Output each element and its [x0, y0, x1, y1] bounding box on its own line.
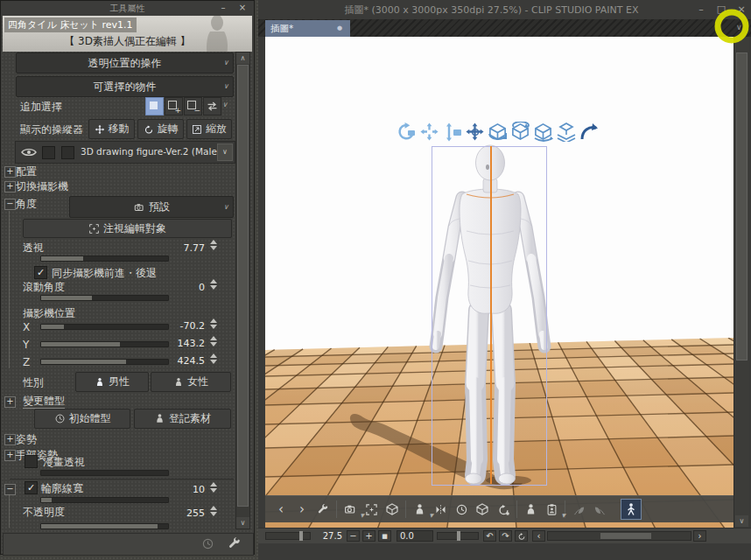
- drop-to-ground-button[interactable]: [382, 499, 403, 520]
- object-dropdown-button[interactable]: ∨: [217, 144, 233, 161]
- camera-angle-button[interactable]: ▼: [340, 499, 361, 520]
- object-rotate-3d-icon[interactable]: [488, 122, 508, 142]
- tool-settings-wrench-icon[interactable]: [312, 499, 333, 520]
- palette-titlebar[interactable]: 工具屬性 – ×: [1, 1, 254, 15]
- reset-object-rotation-button[interactable]: [472, 499, 493, 520]
- scale-toggle-button[interactable]: 縮放: [186, 119, 232, 139]
- reset-all-icon[interactable]: [201, 537, 214, 550]
- camera-zoom-icon[interactable]: [442, 122, 462, 142]
- camera-y-stepper[interactable]: [209, 336, 219, 350]
- angle-preset-dropdown[interactable]: 預設 ∨: [69, 196, 234, 218]
- scrollbar-thumb[interactable]: [237, 65, 249, 507]
- physics-hand-icon[interactable]: [568, 499, 589, 520]
- window-maximize-button[interactable]: □: [714, 4, 728, 16]
- register-pose-button[interactable]: ▼: [541, 499, 562, 520]
- tab-illustration[interactable]: 插圖* ●: [265, 20, 350, 37]
- focus-object-button[interactable]: [361, 499, 382, 520]
- object-rotate-y-icon[interactable]: [510, 122, 530, 142]
- male-button[interactable]: 男性: [75, 372, 149, 392]
- collapse-angle-icon[interactable]: −: [4, 199, 16, 210]
- palette-close-button[interactable]: ×: [236, 2, 249, 13]
- pose-scanner-button[interactable]: [621, 499, 642, 520]
- section-layout[interactable]: 配置: [16, 165, 37, 178]
- section-switch-camera[interactable]: 切換攝影機: [16, 180, 68, 192]
- opacity-operation-dropdown[interactable]: 透明位置的操作 ∨: [16, 52, 234, 74]
- rotate-cw-button[interactable]: ↷: [499, 530, 512, 542]
- zoom-in-button[interactable]: +: [362, 530, 376, 542]
- opacity-value[interactable]: 255: [144, 508, 205, 519]
- selectable-objects-dropdown[interactable]: 可選擇的物件 ∨: [16, 76, 234, 97]
- sync-camera-checkbox[interactable]: ✓: [34, 266, 47, 279]
- palette-minimize-button[interactable]: –: [217, 2, 229, 13]
- camera-z-stepper[interactable]: [209, 354, 219, 368]
- canvas[interactable]: ‹ › ▼ ▼ ▼: [265, 37, 733, 528]
- reset-view-button[interactable]: [515, 530, 528, 542]
- move-toggle-button[interactable]: 移動: [88, 119, 135, 139]
- flip-horizontal-button[interactable]: [430, 499, 451, 520]
- perspective-stepper[interactable]: [209, 240, 219, 254]
- camera-z-value[interactable]: 424.5: [144, 355, 205, 367]
- outline-width-checkbox[interactable]: ✓: [25, 481, 38, 494]
- expand-body-type-icon[interactable]: +: [4, 396, 16, 408]
- focus-edit-target-button[interactable]: 注視編輯對象: [23, 219, 232, 238]
- window-titlebar[interactable]: 插圖* (3000 x 3000px 350dpi 27.5%) - CLIP …: [258, 0, 751, 19]
- camera-x-value[interactable]: -70.2: [144, 320, 205, 332]
- zoom-out-button[interactable]: −: [347, 530, 360, 542]
- manga-perspective-checkbox[interactable]: [25, 455, 38, 468]
- roll-angle-value[interactable]: 0: [144, 282, 205, 293]
- physics-hand-alt-icon[interactable]: [589, 499, 610, 520]
- prev-object-button[interactable]: ‹: [270, 499, 291, 520]
- palette-scrollbar[interactable]: ∧ ∨: [235, 52, 250, 529]
- camera-orbit-icon[interactable]: [397, 122, 417, 142]
- outline-width-stepper[interactable]: [209, 482, 219, 496]
- subtract-selection-mode-button[interactable]: −: [184, 97, 202, 116]
- add-figure-button[interactable]: ▼: [409, 499, 430, 520]
- settings-wrench-icon[interactable]: [228, 536, 242, 551]
- tabbar-menu-chevron[interactable]: ∨: [736, 23, 742, 32]
- camera-y-value[interactable]: 143.2: [144, 338, 205, 349]
- vscroll-thumb[interactable]: [736, 52, 747, 360]
- scroll-down-button[interactable]: ∨: [236, 517, 249, 528]
- hscroll-left-button[interactable]: ‹: [532, 530, 545, 542]
- roll-angle-slider[interactable]: [40, 295, 169, 301]
- outline-width-slider[interactable]: [40, 497, 169, 503]
- add-selection-mode-button[interactable]: +: [165, 97, 183, 116]
- object-snap-ground-icon[interactable]: [556, 122, 576, 142]
- object-move-icon[interactable]: [465, 122, 485, 142]
- canvas-horizontal-scrollbar[interactable]: [547, 531, 691, 541]
- reset-pose-button[interactable]: [451, 499, 472, 520]
- swap-selection-mode-button[interactable]: [203, 97, 221, 116]
- perspective-value[interactable]: 7.77: [144, 242, 205, 254]
- register-material-button[interactable]: 登記素材: [134, 409, 231, 429]
- window-close-button[interactable]: ×: [734, 4, 748, 16]
- next-object-button[interactable]: ›: [291, 499, 312, 520]
- hscroll-right-button[interactable]: ›: [693, 530, 706, 542]
- initial-body-type-button[interactable]: 初始體型: [34, 409, 130, 429]
- canvas-vertical-scrollbar[interactable]: ∨: [733, 37, 749, 528]
- selection-bounding-box[interactable]: [432, 146, 547, 486]
- object-list-row[interactable]: 3D drawing figure-Ver.2 (Male) ∨: [15, 141, 235, 164]
- opacity-stepper[interactable]: [209, 506, 219, 520]
- new-selection-mode-button[interactable]: [145, 97, 164, 116]
- zoom-slider[interactable]: [265, 532, 311, 540]
- rotation-value-field[interactable]: 0.0: [397, 530, 433, 542]
- rotation-slider[interactable]: [437, 532, 479, 540]
- rotate-toggle-button[interactable]: 旋轉: [137, 119, 184, 139]
- expand-switch-camera-icon[interactable]: +: [4, 181, 16, 192]
- opacity-slider[interactable]: [40, 523, 169, 529]
- rotate-ccw-button[interactable]: ↶: [483, 530, 496, 542]
- reset-camera-rotation-button[interactable]: [493, 499, 514, 520]
- camera-x-stepper[interactable]: [209, 318, 219, 332]
- camera-pan-icon[interactable]: [419, 122, 439, 142]
- register-figure-button[interactable]: [520, 499, 541, 520]
- hscroll-thumb[interactable]: [600, 533, 651, 539]
- reset-rotation-icon[interactable]: [579, 122, 599, 142]
- scroll-up-button[interactable]: ∧: [236, 52, 249, 64]
- visibility-eye-icon[interactable]: [21, 147, 37, 158]
- manipulator-center-line[interactable]: [490, 146, 492, 484]
- window-minimize-button[interactable]: –: [694, 4, 708, 16]
- collapse-outline-icon[interactable]: −: [4, 484, 16, 495]
- vscroll-down-button[interactable]: ∨: [735, 515, 748, 527]
- object-checkbox-2[interactable]: [61, 146, 74, 159]
- object-rotate-plane-icon[interactable]: [533, 122, 553, 142]
